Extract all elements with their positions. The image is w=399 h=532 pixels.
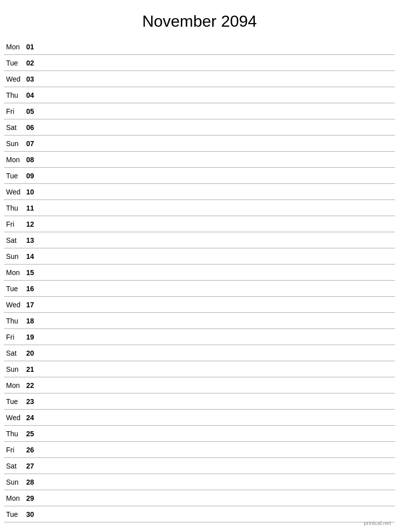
calendar-row[interactable]: Wed24 bbox=[4, 410, 395, 426]
day-line[interactable] bbox=[42, 79, 395, 79]
day-line[interactable] bbox=[42, 127, 395, 127]
day-name: Tue bbox=[4, 59, 26, 67]
day-line[interactable] bbox=[42, 304, 395, 305]
day-line[interactable] bbox=[42, 159, 395, 160]
day-line[interactable] bbox=[42, 433, 395, 434]
calendar-row[interactable]: Tue30 bbox=[4, 506, 395, 522]
day-line[interactable] bbox=[42, 514, 395, 514]
calendar-row[interactable]: Sun14 bbox=[4, 248, 395, 264]
day-line[interactable] bbox=[42, 369, 395, 369]
calendar-row[interactable]: Fri19 bbox=[4, 329, 395, 345]
day-line[interactable] bbox=[42, 401, 395, 402]
day-name: Thu bbox=[4, 317, 26, 325]
day-line[interactable] bbox=[42, 482, 395, 482]
calendar-row[interactable]: Sat27 bbox=[4, 458, 395, 474]
day-name: Wed bbox=[4, 414, 26, 422]
calendar-row[interactable]: Fri05 bbox=[4, 103, 395, 119]
day-line[interactable] bbox=[42, 224, 395, 224]
day-line[interactable] bbox=[42, 466, 395, 466]
day-name: Mon bbox=[4, 269, 26, 277]
day-name: Sat bbox=[4, 236, 26, 244]
calendar-row[interactable]: Sun21 bbox=[4, 361, 395, 377]
day-number: 07 bbox=[26, 140, 42, 148]
day-number: 27 bbox=[26, 462, 42, 470]
day-line[interactable] bbox=[42, 143, 395, 144]
day-line[interactable] bbox=[42, 272, 395, 273]
day-name: Tue bbox=[4, 285, 26, 293]
calendar-row[interactable]: Thu11 bbox=[4, 200, 395, 216]
day-line[interactable] bbox=[42, 320, 395, 321]
day-number: 23 bbox=[26, 397, 42, 406]
day-name: Thu bbox=[4, 91, 26, 99]
calendar-row[interactable]: Tue09 bbox=[4, 168, 395, 184]
calendar-row[interactable]: Sun28 bbox=[4, 474, 395, 490]
watermark: printcal.net bbox=[364, 520, 391, 526]
calendar-row[interactable]: Sat20 bbox=[4, 345, 395, 361]
day-line[interactable] bbox=[42, 46, 395, 47]
day-number: 05 bbox=[26, 107, 42, 115]
calendar-row[interactable]: Wed17 bbox=[4, 297, 395, 313]
day-number: 02 bbox=[26, 59, 42, 67]
day-number: 29 bbox=[26, 494, 42, 502]
day-line[interactable] bbox=[42, 111, 395, 111]
day-number: 18 bbox=[26, 317, 42, 325]
day-name: Mon bbox=[4, 43, 26, 51]
calendar-row[interactable]: Wed03 bbox=[4, 71, 395, 87]
day-line[interactable] bbox=[42, 240, 395, 240]
day-name: Wed bbox=[4, 188, 26, 196]
day-name: Sat bbox=[4, 462, 26, 470]
day-name: Thu bbox=[4, 204, 26, 212]
day-line[interactable] bbox=[42, 449, 395, 450]
calendar-row[interactable]: Wed10 bbox=[4, 184, 395, 200]
calendar-row[interactable]: Mon01 bbox=[4, 39, 395, 55]
calendar-row[interactable]: Fri12 bbox=[4, 216, 395, 232]
calendar-row[interactable]: Thu04 bbox=[4, 87, 395, 103]
day-name: Thu bbox=[4, 430, 26, 438]
day-line[interactable] bbox=[42, 288, 395, 289]
day-line[interactable] bbox=[42, 191, 395, 192]
day-number: 16 bbox=[26, 285, 42, 293]
day-line[interactable] bbox=[42, 62, 395, 63]
day-name: Sat bbox=[4, 123, 26, 131]
calendar-row[interactable]: Mon29 bbox=[4, 490, 395, 506]
day-number: 22 bbox=[26, 381, 42, 389]
day-number: 12 bbox=[26, 220, 42, 228]
calendar-row[interactable]: Tue23 bbox=[4, 393, 395, 410]
day-name: Tue bbox=[4, 510, 26, 518]
calendar-row[interactable]: Sat13 bbox=[4, 232, 395, 248]
day-line[interactable] bbox=[42, 353, 395, 353]
calendar-row[interactable]: Mon22 bbox=[4, 377, 395, 393]
calendar-row[interactable]: Tue16 bbox=[4, 281, 395, 297]
calendar-row[interactable]: Fri26 bbox=[4, 442, 395, 458]
day-line[interactable] bbox=[42, 385, 395, 385]
day-line[interactable] bbox=[42, 337, 395, 337]
day-number: 19 bbox=[26, 333, 42, 341]
day-name: Fri bbox=[4, 220, 26, 228]
calendar-row[interactable]: Thu18 bbox=[4, 313, 395, 329]
day-number: 04 bbox=[26, 91, 42, 99]
calendar-row[interactable]: Thu25 bbox=[4, 426, 395, 442]
day-name: Fri bbox=[4, 446, 26, 454]
day-number: 14 bbox=[26, 252, 42, 260]
day-name: Sun bbox=[4, 140, 26, 148]
day-number: 08 bbox=[26, 156, 42, 164]
day-number: 15 bbox=[26, 269, 42, 277]
calendar-row[interactable]: Sat06 bbox=[4, 119, 395, 136]
day-line[interactable] bbox=[42, 208, 395, 208]
calendar-row[interactable]: Tue02 bbox=[4, 55, 395, 71]
day-name: Sun bbox=[4, 252, 26, 260]
day-line[interactable] bbox=[42, 95, 395, 95]
day-line[interactable] bbox=[42, 256, 395, 256]
day-name: Fri bbox=[4, 107, 26, 115]
calendar-row[interactable]: Sun07 bbox=[4, 136, 395, 152]
day-number: 28 bbox=[26, 478, 42, 486]
day-line[interactable] bbox=[42, 498, 395, 498]
calendar-row[interactable]: Mon08 bbox=[4, 152, 395, 168]
day-number: 25 bbox=[26, 430, 42, 438]
day-line[interactable] bbox=[42, 417, 395, 418]
day-number: 09 bbox=[26, 172, 42, 180]
day-number: 20 bbox=[26, 349, 42, 357]
day-line[interactable] bbox=[42, 175, 395, 176]
day-name: Sat bbox=[4, 349, 26, 357]
calendar-row[interactable]: Mon15 bbox=[4, 264, 395, 281]
